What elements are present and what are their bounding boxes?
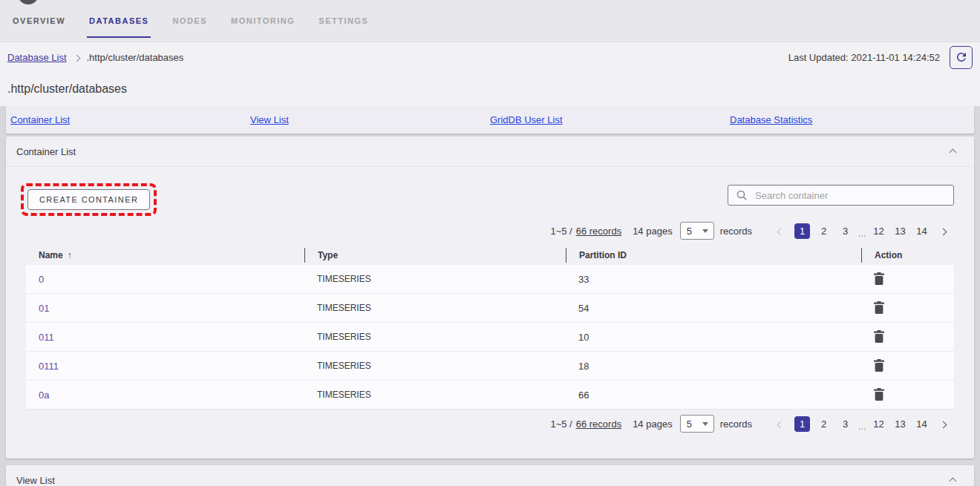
caret-down-icon [702,229,708,233]
partition-id: 18 [566,361,861,372]
page-size-value: 5 [687,226,692,237]
container-link[interactable]: 0111 [39,361,59,372]
container-link[interactable]: 0 [39,274,44,285]
table-row: 0a TIMESERIES 66 [26,381,954,410]
partition-id: 33 [566,274,861,285]
page-number-3[interactable]: 3 [837,223,853,239]
view-list-header: View List [6,465,974,486]
view-list-title: View List [16,475,55,486]
delete-container-button[interactable] [874,272,884,286]
table-row: 0 TIMESERIES 33 [26,265,954,294]
table-header-row: Name↑ Type Partition ID Action [26,246,954,265]
trash-icon [874,359,884,372]
link-griddb-user-list[interactable]: GridDB User List [490,114,563,125]
page-number-2[interactable]: 2 [816,223,832,239]
chevron-right-icon [74,50,79,64]
caret-down-icon [702,422,708,426]
column-header-partition-id: Partition ID [566,248,861,263]
records-label: records [720,226,752,237]
container-link[interactable]: 011 [39,332,54,343]
column-header-type: Type [304,248,566,263]
page-number-12[interactable]: 12 [871,416,886,432]
records-label: records [720,418,752,430]
create-container-button[interactable]: CREATE CONTAINER [27,189,150,210]
breadcrumb-link-database-list[interactable]: Database List [7,52,67,63]
records-count-link[interactable]: 66 records [576,418,621,430]
main-tabs: OVERVIEW DATABASES NODES MONITORING SETT… [10,0,370,42]
page-number-13[interactable]: 13 [892,223,908,239]
records-count-link[interactable]: 66 records [576,226,621,237]
delete-container-button[interactable] [874,388,884,401]
page-number-2[interactable]: 2 [816,416,832,432]
record-range: 1~5 / [550,226,572,237]
container-type: TIMESERIES [304,303,566,313]
trash-icon [874,301,884,315]
delete-container-button[interactable] [874,301,884,315]
delete-container-button[interactable] [874,330,884,344]
page-title: .http/cluster/databases [0,72,980,96]
search-container-input[interactable] [754,189,946,202]
container-type: TIMESERIES [304,274,566,284]
container-type: TIMESERIES [304,361,566,371]
container-table: Name↑ Type Partition ID Action 0 TIMESER… [26,246,954,410]
search-icon [736,189,748,201]
container-list-title: Container List [16,146,76,157]
breadcrumb: Database List .http/cluster/databases La… [0,42,980,72]
pages-count: 14 pages [633,418,673,430]
page-number-1[interactable]: 1 [794,416,810,432]
chevron-right-icon[interactable] [938,223,949,240]
subheader: Database List .http/cluster/databases La… [0,42,980,106]
container-list-header: Container List [6,137,974,167]
chevron-left-icon[interactable] [775,223,786,240]
refresh-icon [955,50,968,64]
column-header-name[interactable]: Name↑ [26,248,304,263]
partition-id: 54 [566,303,861,314]
tab-nodes[interactable]: NODES [170,0,209,42]
record-range: 1~5 / [550,418,572,430]
page-number-13[interactable]: 13 [892,416,908,432]
link-database-statistics[interactable]: Database Statistics [730,114,812,125]
tab-databases[interactable]: DATABASES [87,0,151,42]
tab-monitoring[interactable]: MONITORING [229,0,297,42]
trash-icon [874,272,884,286]
delete-container-button[interactable] [874,359,884,372]
annotation-highlight: CREATE CONTAINER [21,183,157,216]
refresh-button[interactable] [950,46,973,69]
container-type: TIMESERIES [304,390,566,400]
page-ellipsis: … [858,229,866,239]
chevron-up-icon[interactable] [945,472,956,486]
tab-settings[interactable]: SETTINGS [316,0,370,42]
pages-count: 14 pages [633,226,673,237]
view-list-panel: View List [6,465,974,486]
page-ellipsis: … [858,421,866,432]
table-row: 01 TIMESERIES 54 [26,294,954,323]
chevron-right-icon[interactable] [938,416,949,433]
container-type: TIMESERIES [304,332,566,342]
page-number-14[interactable]: 14 [914,223,930,239]
search-container-box [728,185,954,206]
page-size-select[interactable]: 5 [680,415,714,433]
pagination-top: 1~5 / 66 records 14 pages 5 records 1 2 … [550,222,954,240]
link-container-list[interactable]: Container List [10,114,70,125]
top-tab-bar: OVERVIEW DATABASES NODES MONITORING SETT… [0,0,980,42]
container-list-panel: Container List CREATE CONTAINER 1~5 / 66… [6,137,974,459]
table-row: 0111 TIMESERIES 18 [26,352,954,381]
page-size-select[interactable]: 5 [680,222,714,240]
page-number-1[interactable]: 1 [794,223,810,239]
chevron-up-icon[interactable] [945,143,956,160]
table-row: 011 TIMESERIES 10 [26,323,954,352]
page-number-12[interactable]: 12 [871,223,886,239]
trash-icon [874,388,884,401]
container-link[interactable]: 01 [39,303,49,314]
tab-overview[interactable]: OVERVIEW [10,0,68,42]
partition-id: 10 [566,332,861,343]
chevron-left-icon[interactable] [775,416,786,433]
page-size-value: 5 [687,418,692,430]
page-number-3[interactable]: 3 [837,416,853,432]
page-number-14[interactable]: 14 [914,416,930,432]
container-link[interactable]: 0a [39,390,49,401]
breadcrumb-current: .http/cluster/databases [87,52,184,63]
link-view-list[interactable]: View List [250,114,289,125]
pagination-bottom: 1~5 / 66 records 14 pages 5 records 1 2 … [550,415,954,433]
trash-icon [874,330,884,344]
